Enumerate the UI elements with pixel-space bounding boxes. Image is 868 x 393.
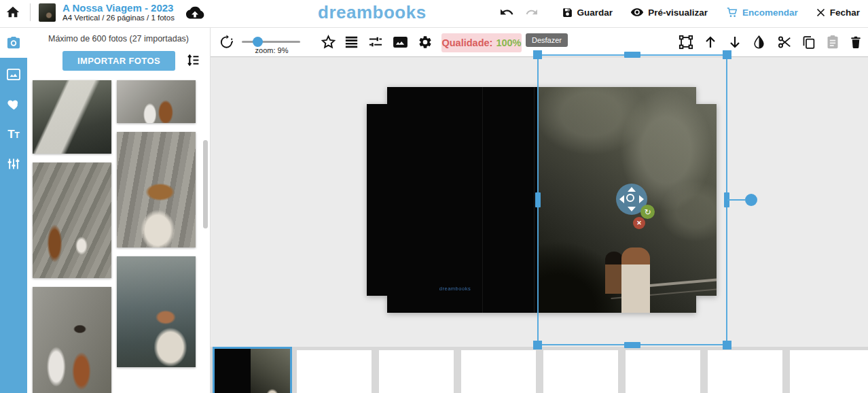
page-thumbnail-2[interactable] — [297, 350, 372, 393]
page-thumbnail-6[interactable] — [626, 350, 700, 393]
page-thumbnail-8[interactable] — [790, 350, 865, 393]
undo-tooltip: Desfazer — [526, 33, 568, 47]
page-thumbnail-7[interactable] — [708, 350, 782, 393]
selection-handle-top-right[interactable] — [723, 50, 731, 59]
transform-frame-icon — [679, 35, 693, 50]
rotate-arrow-icon: ↻ — [644, 207, 651, 217]
editor-area: zoom: 9% Qualidade: — [211, 28, 868, 393]
cover-brand-text: dreambooks — [387, 286, 523, 292]
text-icon: TT — [7, 129, 20, 140]
arrow-up-icon — [704, 35, 717, 49]
sidebar-item-text[interactable]: TT — [0, 119, 27, 149]
camera-icon — [6, 36, 21, 50]
eye-icon — [630, 7, 644, 18]
page-thumb-cover-photo — [251, 349, 290, 393]
page-thumbnail-5[interactable] — [543, 350, 618, 393]
layout-lines-icon — [344, 36, 359, 49]
design-canvas[interactable]: dreambooks ↻ — [211, 57, 868, 347]
move-left-arrow-icon[interactable] — [619, 195, 624, 203]
page-thumbnail-4[interactable] — [461, 350, 536, 393]
rotate-handle-line — [727, 199, 745, 201]
selection-handle-top-middle[interactable] — [624, 52, 640, 58]
zoom-slider-handle[interactable] — [253, 37, 263, 47]
undo-button[interactable] — [499, 6, 514, 18]
selection-handle-top-left[interactable] — [533, 50, 542, 59]
header-divider — [30, 3, 31, 21]
contrast-icon — [753, 35, 765, 50]
move-down-button[interactable] — [729, 35, 741, 49]
cut-button[interactable] — [777, 35, 792, 50]
settings-button[interactable] — [418, 35, 433, 50]
arrow-down-icon — [729, 35, 741, 49]
save-button[interactable]: Guardar — [562, 7, 613, 18]
photo-thumbnail-couple-embracing[interactable] — [117, 80, 196, 123]
photo-thumbnail-woman-hat-portrait[interactable] — [117, 132, 196, 247]
cloud-upload-icon — [185, 5, 206, 20]
sidebar: TT — [0, 28, 27, 393]
redo-button[interactable] — [525, 7, 539, 18]
project-title: A Nossa Viagem - 2023 — [62, 2, 175, 14]
order-button[interactable]: Encomendar — [725, 6, 798, 18]
preview-label: Pré-visualizar — [648, 7, 708, 18]
sidebar-item-favorites[interactable] — [0, 89, 27, 119]
sort-photos-button[interactable] — [186, 53, 200, 67]
delete-x-icon: ✕ — [636, 220, 642, 226]
move-right-arrow-icon[interactable] — [639, 195, 644, 203]
zoom-slider-track[interactable] — [242, 41, 300, 43]
pages-strip — [211, 347, 868, 393]
sidebar-item-photos[interactable] — [0, 28, 27, 58]
app-logo: dreambooks — [318, 2, 427, 23]
page-thumbnail-3[interactable] — [379, 350, 454, 393]
rotate-handle-circle[interactable] — [745, 194, 757, 206]
sidebar-item-adjustments[interactable] — [0, 149, 27, 179]
cover-back-page[interactable]: dreambooks — [367, 87, 537, 313]
selection-handle-bottom-right[interactable] — [723, 341, 731, 349]
photo-thumbnail-man-leaning-rock[interactable] — [33, 163, 111, 278]
header: A Nossa Viagem - 2023 A4 Vertical / 26 p… — [0, 0, 868, 28]
zoom-level-label: zoom: 9% — [232, 46, 311, 54]
rotate-photo-chip[interactable]: ↻ — [640, 205, 655, 219]
photos-scrollbar[interactable] — [203, 140, 208, 228]
photo-column-right — [117, 80, 196, 393]
image-settings-button[interactable] — [393, 36, 408, 48]
redo-icon — [525, 7, 539, 18]
page-thumbnail-1[interactable] — [213, 347, 292, 393]
move-up-button[interactable] — [704, 35, 717, 49]
order-label: Encomendar — [742, 7, 798, 18]
selection-handle-bottom-left[interactable] — [533, 341, 542, 349]
close-label: Fechar — [830, 7, 860, 18]
preview-button[interactable]: Pré-visualizar — [630, 7, 708, 18]
heart-icon — [7, 98, 21, 111]
page-thumbnail-9[interactable] — [864, 350, 868, 393]
move-center-icon — [626, 194, 634, 202]
sort-icon — [186, 53, 200, 67]
layouts-button[interactable] — [344, 36, 359, 49]
selection-handle-bottom-middle[interactable] — [624, 342, 640, 348]
page-thumb-cover-back — [215, 349, 251, 393]
home-button[interactable] — [5, 5, 20, 20]
photo-thumbnail-woman-in-boat[interactable] — [33, 80, 111, 154]
photos-panel: Máximo de 600 fotos (27 importadas) IMPO… — [27, 28, 211, 393]
photo-thumbnail-couple-selfie[interactable] — [33, 287, 111, 393]
selection-handle-middle-left[interactable] — [535, 192, 541, 207]
image-fill-icon — [393, 36, 408, 48]
trash-icon — [850, 35, 862, 50]
star-icon — [321, 35, 336, 50]
paste-button[interactable] — [826, 35, 839, 50]
move-down-arrow-icon[interactable] — [628, 207, 636, 211]
quality-badge: Qualidade: 100% — [441, 33, 522, 52]
delete-button[interactable] — [850, 35, 862, 50]
contrast-button[interactable] — [753, 35, 765, 50]
favorite-button[interactable] — [321, 35, 336, 50]
delete-photo-chip[interactable]: ✕ — [633, 217, 645, 229]
transform-frame-button[interactable] — [679, 35, 693, 50]
photo-limit-text: Máximo de 600 fotos (27 importadas) — [27, 34, 210, 44]
move-up-arrow-icon[interactable] — [628, 187, 636, 192]
tune-button[interactable] — [368, 35, 383, 49]
sidebar-item-layouts[interactable] — [0, 59, 27, 89]
copy-button[interactable] — [801, 35, 816, 50]
photo-thumbnail-woman-by-lake[interactable] — [117, 256, 196, 367]
import-photos-button[interactable]: IMPORTAR FOTOS — [62, 51, 175, 71]
close-button[interactable]: Fechar — [816, 7, 860, 18]
quality-label: Qualidade: — [441, 37, 492, 48]
